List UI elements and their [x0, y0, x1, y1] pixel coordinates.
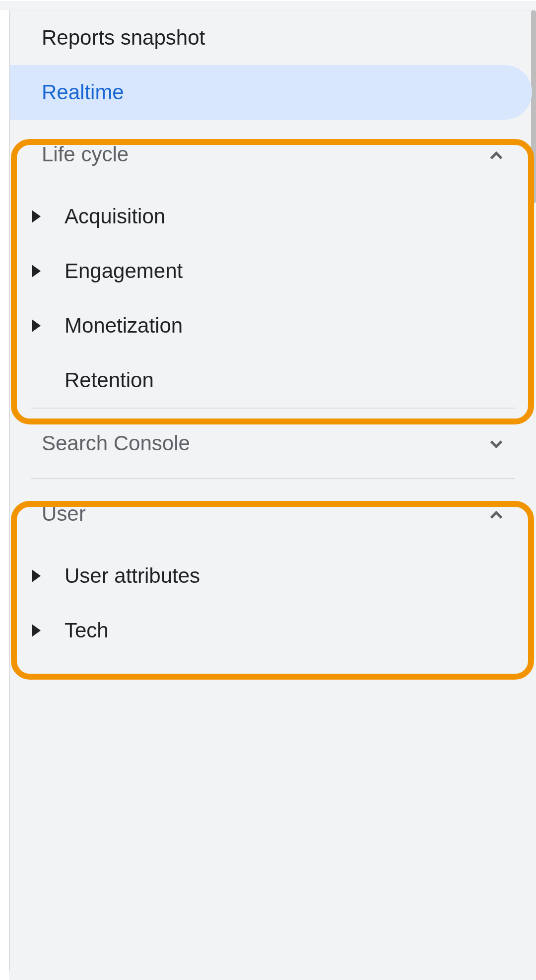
- section-user[interactable]: User: [10, 479, 536, 549]
- sidebar: Reports snapshot Realtime Life cycle Acq…: [0, 0, 536, 980]
- section-search-console[interactable]: Search Console: [10, 409, 536, 478]
- section-label: User: [42, 502, 86, 526]
- nav-label: Reports snapshot: [42, 26, 205, 50]
- sub-monetization[interactable]: Monetization: [10, 298, 536, 353]
- chevron-up-icon: [487, 145, 505, 163]
- sub-engagement[interactable]: Engagement: [10, 244, 536, 298]
- sub-label: Engagement: [65, 259, 183, 283]
- sub-label: Retention: [65, 368, 154, 392]
- sidebar-inner: Reports snapshot Realtime Life cycle Acq…: [9, 10, 536, 971]
- chevron-down-icon: [487, 434, 505, 452]
- nav-reports-snapshot[interactable]: Reports snapshot: [10, 10, 536, 65]
- caret-right-icon: [32, 319, 41, 332]
- sub-retention[interactable]: Retention: [10, 353, 536, 408]
- caret-right-icon: [32, 624, 41, 637]
- section-label: Search Console: [42, 431, 190, 455]
- sub-tech[interactable]: Tech: [10, 603, 536, 658]
- nav-realtime[interactable]: Realtime: [10, 65, 532, 120]
- sub-label: User attributes: [65, 564, 200, 588]
- nav-label: Realtime: [42, 80, 124, 104]
- sub-label: Tech: [65, 619, 109, 642]
- caret-right-icon: [32, 569, 41, 582]
- gutter: [0, 10, 9, 980]
- sub-label: Acquisition: [65, 205, 165, 228]
- sub-user-attributes[interactable]: User attributes: [10, 549, 536, 603]
- sub-label: Monetization: [65, 314, 183, 338]
- sub-acquisition[interactable]: Acquisition: [10, 189, 536, 244]
- caret-right-icon: [32, 265, 41, 278]
- section-life-cycle[interactable]: Life cycle: [10, 120, 536, 189]
- chevron-up-icon: [487, 505, 505, 523]
- caret-right-icon: [32, 210, 41, 223]
- section-label: Life cycle: [42, 142, 129, 166]
